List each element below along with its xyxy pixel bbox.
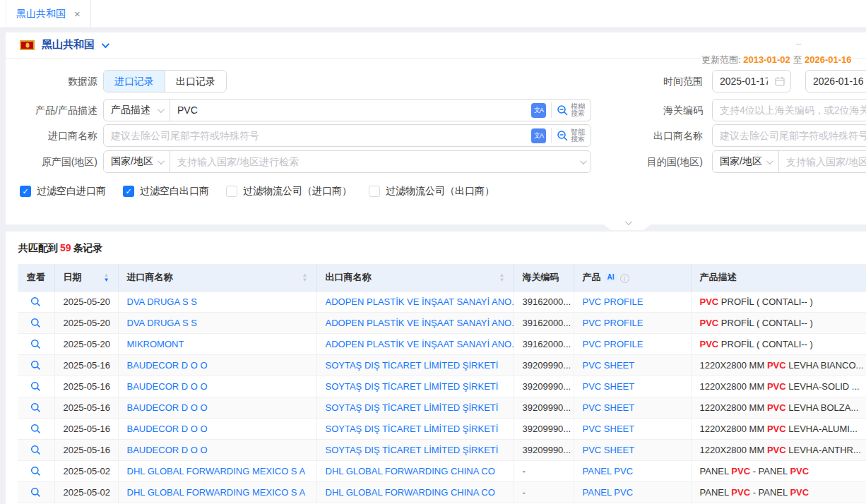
importer-link[interactable]: DVA DRUGA S S xyxy=(127,318,197,328)
destination-country-select[interactable]: 国家/地区 xyxy=(713,151,779,172)
view-record-button[interactable] xyxy=(30,318,41,328)
highlight-term: PVC xyxy=(767,424,786,434)
importer-link[interactable]: BAUDECOR D O O xyxy=(127,360,208,371)
info-icon[interactable]: i xyxy=(620,274,629,283)
origin-country-select[interactable]: 国家/地区 xyxy=(104,151,170,172)
importer-link[interactable]: MIKROMONT xyxy=(127,339,184,349)
checkbox-checked-icon[interactable]: ✓ xyxy=(20,186,31,197)
product-link[interactable]: PVC SHEET xyxy=(583,424,635,434)
origin-group: 国家/地区 xyxy=(103,150,591,173)
product-link[interactable]: PVC PROFILE xyxy=(583,318,643,328)
importer-input[interactable] xyxy=(104,125,528,146)
zoom-search-icon xyxy=(557,104,569,116)
origin-search-input[interactable] xyxy=(170,151,577,172)
importer-link[interactable]: DHL GLOBAL FORWARDING MEXICO S A xyxy=(127,487,306,498)
hs-code-field[interactable] xyxy=(712,99,866,121)
product-link[interactable]: PANEL PVC xyxy=(583,487,634,498)
product-link[interactable]: PANEL PVC xyxy=(583,466,634,476)
product-link[interactable]: PVC PROFILE xyxy=(583,339,643,349)
time-range-start-picker[interactable] xyxy=(712,70,791,92)
product-link[interactable]: PVC SHEET xyxy=(583,445,635,455)
smart-search-label: 智能搜索 xyxy=(571,128,585,143)
filter-checkbox[interactable]: 过滤物流公司（进口商） xyxy=(226,185,352,198)
smart-search-button[interactable]: 智能搜索 xyxy=(557,128,585,143)
filter-checkbox[interactable]: ✓过滤空白出口商 xyxy=(123,185,209,198)
product-link[interactable]: PVC PROFILE xyxy=(583,296,643,307)
product-link[interactable]: PVC SHEET xyxy=(583,381,635,392)
origin-label: 原产国(地区) xyxy=(6,150,97,173)
update-range-label: 更新范围: xyxy=(701,54,741,65)
close-icon[interactable]: × xyxy=(74,8,81,19)
view-record-button[interactable] xyxy=(30,424,41,434)
exporter-input[interactable] xyxy=(713,125,866,146)
exporter-field[interactable] xyxy=(712,124,866,147)
tab-montenegro[interactable]: 黑山共和国 × xyxy=(6,0,91,28)
product-type-select[interactable]: 产品描述 xyxy=(104,100,170,121)
export-records-option[interactable]: 出口记录 xyxy=(165,71,226,92)
col-hs-code: 海关编码 xyxy=(514,264,574,291)
importer-link[interactable]: BAUDECOR D O O xyxy=(127,445,208,455)
view-record-button[interactable] xyxy=(30,487,41,498)
exporter-link[interactable]: DHL GLOBAL FORWARDING CHINA CO xyxy=(326,487,495,498)
exporter-link[interactable]: ADOPEN PLASTİK VE İNŞAAT SANAYİ ANO... xyxy=(326,296,514,307)
importer-sorter[interactable]: ▲▼ xyxy=(302,272,308,282)
chevron-down-icon xyxy=(624,218,631,225)
montenegro-flag-icon xyxy=(20,40,35,50)
view-record-button[interactable] xyxy=(30,402,41,413)
fuzzy-search-button[interactable]: 模糊搜索 xyxy=(557,103,585,117)
count-suffix: 条记录 xyxy=(73,242,103,253)
hs-code-input[interactable] xyxy=(713,100,866,121)
exporter-sorter[interactable]: ▲▼ xyxy=(499,272,505,282)
view-record-button[interactable] xyxy=(30,339,41,349)
importer-link[interactable]: DHL GLOBAL FORWARDING MEXICO S A xyxy=(127,466,306,476)
divider xyxy=(551,128,552,143)
view-record-button[interactable] xyxy=(30,466,41,476)
view-record-button[interactable] xyxy=(30,360,41,371)
collapse-panel-handle[interactable] xyxy=(596,219,658,230)
exporter-link[interactable]: SOYTAŞ DIŞ TİCARET LİMİTED ŞİRKETİ xyxy=(326,381,499,392)
exporter-link[interactable]: ADOPEN PLASTİK VE İNŞAAT SANAYİ ANO... xyxy=(326,339,514,349)
table-row: 2025-05-20 DVA DRUGA S S ADOPEN PLASTİK … xyxy=(18,312,866,333)
importer-link[interactable]: DVA DRUGA S S xyxy=(127,296,197,307)
checkbox-unchecked-icon[interactable] xyxy=(369,186,380,197)
importer-label: 进口商名称 xyxy=(6,124,97,147)
view-record-button[interactable] xyxy=(30,296,41,307)
translate-icon[interactable]: 文A xyxy=(531,103,546,118)
translate-icon[interactable]: 文A xyxy=(531,128,546,143)
product-link[interactable]: PVC SHEET xyxy=(583,360,635,371)
tab-bar: 黑山共和国 × xyxy=(0,0,866,28)
time-range-start-input[interactable] xyxy=(713,71,775,92)
destination-label: 目的国(地区) xyxy=(603,150,703,173)
exporter-link[interactable]: DHL GLOBAL FORWARDING CHINA CO xyxy=(326,466,495,476)
importer-link[interactable]: BAUDECOR D O O xyxy=(127,381,208,392)
date-sorter[interactable]: ▲▼ xyxy=(104,272,109,282)
product-link[interactable]: PVC SHEET xyxy=(583,402,635,413)
importer-link[interactable]: BAUDECOR D O O xyxy=(127,424,208,434)
exporter-link[interactable]: SOYTAŞ DIŞ TİCARET LİMİTED ŞİRKETİ xyxy=(326,424,499,434)
table-row: 2025-05-16 BAUDECOR D O O SOYTAŞ DIŞ TİC… xyxy=(18,376,866,397)
exporter-link[interactable]: SOYTAŞ DIŞ TİCARET LİMİTED ŞİRKETİ xyxy=(326,445,499,455)
time-range-end-picker[interactable] xyxy=(805,70,866,92)
exporter-link[interactable]: ADOPEN PLASTİK VE İNŞAAT SANAYİ ANO... xyxy=(326,318,514,328)
import-records-option[interactable]: 进口记录 xyxy=(104,71,165,92)
view-record-button[interactable] xyxy=(30,381,41,392)
exporter-link[interactable]: SOYTAŞ DIŞ TİCARET LİMİTED ŞİRKETİ xyxy=(326,402,499,413)
filter-checkbox[interactable]: 过滤物流公司（出口商） xyxy=(369,185,494,198)
importer-link[interactable]: BAUDECOR D O O xyxy=(127,402,208,413)
date-cell: 2025-05-02 xyxy=(54,460,118,481)
time-range-end-input[interactable] xyxy=(806,71,866,92)
country-selector[interactable]: 黑山共和国 xyxy=(20,38,107,52)
checkbox-label: 过滤空白进口商 xyxy=(37,185,106,198)
destination-search-input[interactable] xyxy=(779,151,866,172)
hs-code-label: 海关编码 xyxy=(603,99,703,121)
hs-code-cell: 39209990... xyxy=(514,439,574,460)
checkbox-unchecked-icon[interactable] xyxy=(226,186,237,197)
view-record-button[interactable] xyxy=(30,445,41,455)
table-row: 2025-05-20 MIKROMONT ADOPEN PLASTİK VE İ… xyxy=(18,333,866,354)
highlight-term: PVC xyxy=(767,402,786,413)
chevron-down-icon[interactable] xyxy=(580,157,587,164)
checkbox-checked-icon[interactable]: ✓ xyxy=(123,186,134,197)
filter-checkbox[interactable]: ✓过滤空白进口商 xyxy=(20,185,106,198)
product-search-input[interactable] xyxy=(170,100,528,121)
exporter-link[interactable]: SOYTAŞ DIŞ TİCARET LİMİTED ŞİRKETİ xyxy=(326,360,499,371)
